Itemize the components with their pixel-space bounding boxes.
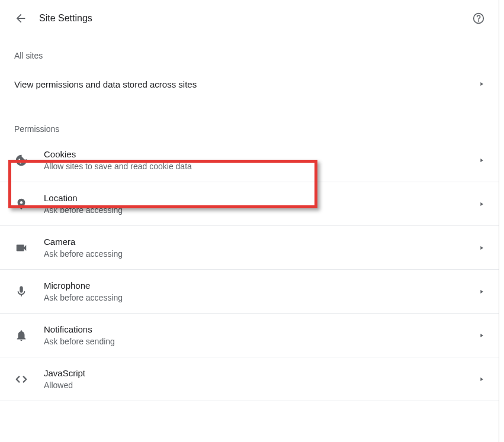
row-cookies[interactable]: Cookies Allow sites to save and read coo… [0,138,499,182]
page-title: Site Settings [39,13,461,24]
bell-icon [14,328,28,343]
row-title: Cookies [44,149,479,159]
location-icon [14,197,28,211]
code-icon [14,372,28,386]
row-title: View permissions and data stored across … [14,79,479,89]
chevron-right-icon [479,333,484,338]
chevron-right-icon [479,81,484,87]
row-subtitle: Ask before accessing [44,249,479,259]
row-subtitle: Ask before accessing [44,205,479,215]
row-subtitle: Allow sites to save and read cookie data [44,162,479,171]
row-microphone[interactable]: Microphone Ask before accessing [0,270,499,314]
chevron-right-icon [479,289,484,295]
section-label-all-sites: All sites [0,44,499,65]
microphone-icon [14,285,28,299]
row-subtitle: Allowed [44,380,479,390]
svg-point-1 [479,21,479,21]
row-view-permissions[interactable]: View permissions and data stored across … [0,65,499,103]
chevron-right-icon [479,376,484,382]
chevron-right-icon [479,157,484,163]
row-javascript[interactable]: JavaScript Allowed [0,357,499,401]
row-notifications[interactable]: Notifications Ask before sending [0,314,499,357]
camera-icon [14,241,28,255]
row-title: Notifications [44,324,479,334]
row-location[interactable]: Location Ask before accessing [0,182,499,226]
back-arrow-icon[interactable] [14,12,27,25]
row-title: Location [44,193,479,203]
chevron-right-icon [479,245,484,251]
row-subtitle: Ask before sending [44,337,479,346]
row-title: Camera [44,237,479,247]
row-subtitle: Ask before accessing [44,293,479,302]
chevron-right-icon [479,201,484,207]
help-icon[interactable] [473,12,484,24]
row-camera[interactable]: Camera Ask before accessing [0,226,499,270]
header: Site Settings [0,0,499,37]
row-title: Microphone [44,280,479,291]
row-title: JavaScript [44,368,479,378]
cookie-icon [14,153,28,167]
section-label-permissions: Permissions [0,117,499,138]
